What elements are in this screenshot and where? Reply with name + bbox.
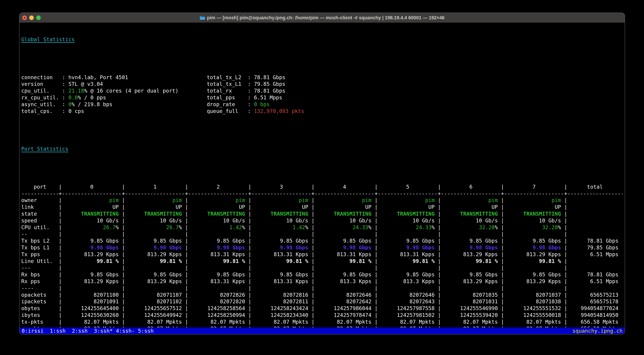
- column-separator: |: [438, 271, 441, 278]
- stat-cell-value: UP: [492, 204, 498, 210]
- column-separator: |: [438, 244, 441, 251]
- stat-cell-value: 9.85 Gbps: [217, 238, 245, 244]
- column-separator: |: [122, 298, 125, 305]
- port-stats-row--: ---|||||||||: [21, 264, 625, 271]
- stat-total-cell: [567, 258, 622, 265]
- global-stat-line: total_cps. : 0 cpsqueue_full : 132,970,0…: [21, 108, 625, 115]
- divider-segment: ---------------------: [188, 190, 248, 197]
- column-separator: |: [374, 217, 378, 224]
- stat-cell-value: 813.29 Kpps: [84, 278, 119, 284]
- stat-cell-value: 813.29 Kpps: [526, 251, 561, 258]
- column-separator: |: [122, 251, 125, 258]
- stat-cell: [504, 231, 564, 238]
- column-separator: |: [248, 231, 251, 238]
- stat-cell: 124255657512: [125, 305, 185, 312]
- port-stats-row-rx-bps: Rx bps|9.85 Gbps|9.85 Gbps|9.85 Gbps|9.8…: [21, 271, 625, 278]
- row-label: state: [21, 210, 59, 217]
- stat-cell-value: 9.98 Gbps: [154, 244, 182, 250]
- stat-cell-value: 9.85 Gbps: [343, 238, 372, 244]
- stat-cell-value: 10 Gb/s: [476, 218, 498, 224]
- column-separator: |: [122, 264, 125, 271]
- stat-cell-value: TRANSMITTING: [523, 211, 561, 217]
- column-separator: |: [374, 244, 378, 251]
- column-separator: |: [248, 238, 251, 244]
- column-header: 0: [62, 184, 122, 190]
- column-separator: |: [248, 292, 251, 298]
- port-stats-row-rx-pps: Rx pps|813.29 Kpps|813.29 Kpps|813.31 Kp…: [21, 278, 625, 285]
- column-separator: |: [438, 312, 441, 319]
- table-divider-row: --------------+---------------------+---…: [21, 190, 625, 197]
- stat-cell: 9.85 Gbps: [188, 271, 248, 278]
- stat-cell: 813.29 Kpps: [125, 278, 185, 285]
- stat-cell-value: 82.07 Mpkts: [526, 319, 561, 325]
- stat-cell: 82.07 Mpkts: [441, 319, 501, 326]
- column-separator: |: [59, 244, 62, 251]
- column-separator: |: [248, 319, 251, 326]
- stat-cell-value: 79.85 Gbps: [587, 244, 618, 250]
- stat-cell: 82071091: [62, 298, 122, 305]
- column-separator: |: [374, 251, 378, 258]
- column-separator: |: [374, 278, 378, 285]
- column-separator: |: [59, 264, 62, 271]
- column-separator: |: [122, 305, 125, 312]
- column-separator: |: [59, 258, 62, 265]
- stat-cell: 124257986044: [314, 305, 374, 312]
- stat-cell-value: 26.7: [166, 224, 179, 230]
- stat-total-cell: 656575213: [567, 292, 622, 298]
- divider-cross: +: [374, 190, 378, 197]
- stat-cell-value: TRANSMITTING: [144, 211, 182, 217]
- blank-line: [21, 127, 625, 134]
- global-stat-right: queue_full : 132,970,093 pkts: [207, 108, 304, 115]
- column-separator: |: [59, 224, 62, 231]
- row-label: Rx bps: [21, 271, 59, 278]
- column-separator: |: [59, 298, 62, 305]
- column-separator: |: [501, 244, 504, 251]
- column-separator: |: [438, 305, 441, 312]
- column-separator: |: [248, 312, 251, 319]
- column-separator: |: [374, 224, 378, 231]
- stat-cell-value: pim: [552, 197, 561, 203]
- column-separator: |: [312, 278, 314, 285]
- stat-cell: 813.29 Kpps: [62, 278, 122, 285]
- stat-cell: 124257987558: [378, 305, 438, 312]
- stat-cell: 99.81 %: [62, 258, 122, 265]
- column-separator: |: [122, 271, 125, 278]
- port-stats-row-line-util-: Line Util.|99.81 %|99.81 %|99.81 %|99.81…: [21, 258, 625, 265]
- column-separator: |: [312, 244, 314, 251]
- stat-cell: UP: [378, 204, 438, 210]
- terminal-screen[interactable]: Global Statistics connection : hvn4.lab,…: [20, 22, 625, 328]
- global-stat-left: cpu_util. : 21.18% @ 16 cores (4 per dua…: [21, 88, 207, 94]
- global-stat-line: version : STL @ v3.04total_tx_L1 : 79.85…: [21, 81, 625, 88]
- column-separator: |: [312, 271, 314, 278]
- stat-cell-value: 82072826: [220, 292, 245, 298]
- column-separator: |: [59, 319, 62, 326]
- global-stat-right: total_rx : 78.81 Gbps: [207, 88, 286, 94]
- screen-windows-list: 0:irssi 1:ssh 2:ssh 3:ssh* 4:ssh- 5:ssh: [22, 328, 154, 334]
- stat-cell-value: 813.29 Kpps: [147, 278, 182, 284]
- stat-cell-value: 656.58 Mpkts: [581, 319, 618, 325]
- divider-segment: ---------------------: [441, 190, 501, 197]
- stat-cell-value: 82.07 Mpkts: [210, 319, 245, 325]
- stat-cell-value: 82071091: [94, 298, 119, 304]
- stat-value: 78.81 Gbps: [254, 88, 286, 94]
- minimize-button[interactable]: [29, 16, 34, 20]
- stat-cell-value: 99.81 %: [286, 258, 308, 264]
- stat-total-cell: [567, 217, 622, 224]
- row-label: opackets: [21, 292, 59, 298]
- stat-cell-value: 9.98 Gbps: [406, 244, 434, 250]
- column-separator: |: [501, 251, 504, 258]
- stat-cell: 82071107: [125, 292, 185, 298]
- stat-cell: 124258243424: [251, 305, 312, 312]
- fullscreen-button[interactable]: [36, 16, 41, 20]
- column-separator: |: [564, 264, 567, 271]
- column-separator: |: [185, 210, 188, 217]
- stat-label: version :: [21, 81, 68, 87]
- stat-cell-value: 78.81 Gbps: [587, 238, 618, 244]
- port-stats-row-state: state|TRANSMITTING|TRANSMITTING|TRANSMIT…: [21, 210, 625, 217]
- column-separator: |: [248, 298, 251, 305]
- column-separator: |: [185, 231, 188, 238]
- close-button[interactable]: [22, 16, 27, 20]
- stat-cell-value: TRANSMITTING: [397, 211, 434, 217]
- column-separator: |: [312, 184, 314, 190]
- stat-cell: 124255649942: [125, 312, 185, 319]
